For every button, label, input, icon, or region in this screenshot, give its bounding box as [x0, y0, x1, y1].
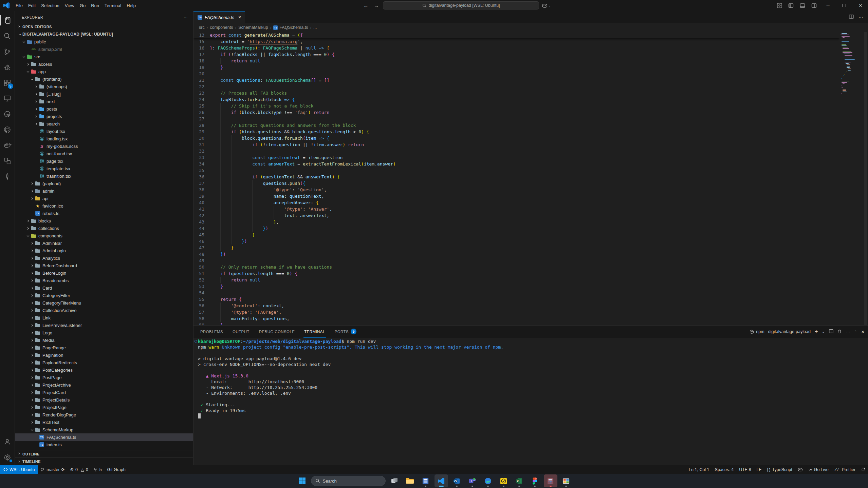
panel-tab-problems[interactable]: PROBLEMS — [200, 326, 224, 338]
tree-item-projectarchive[interactable]: ProjectArchive — [15, 381, 193, 389]
tree-item-projectdetails[interactable]: ProjectDetails — [15, 396, 193, 404]
tree-item--payload-[interactable]: (payload) — [15, 180, 193, 187]
code-line-33[interactable]: 33const questionText = item.question — [193, 154, 839, 161]
tree-item-api[interactable]: api — [15, 195, 193, 202]
code-line-19[interactable]: 19} — [193, 64, 839, 71]
close-panel-icon[interactable]: ✕ — [861, 329, 865, 334]
activity-accounts-icon[interactable] — [0, 434, 15, 449]
cursor-position[interactable]: Ln 1, Col 1 — [686, 465, 712, 474]
toggle-secondary-sidebar-icon[interactable] — [809, 1, 819, 10]
tree-item-projects[interactable]: projects — [15, 113, 193, 120]
code-line-47[interactable]: 47} — [193, 245, 839, 251]
tree-item-renderblogpage[interactable]: RenderBlogPage — [15, 411, 193, 418]
code-line-35[interactable]: 35 — [193, 167, 839, 174]
code-line-45[interactable]: 45} — [193, 232, 839, 238]
code-line-20[interactable]: 20 — [193, 71, 839, 77]
code-line-38[interactable]: 38'@type': 'Question', — [193, 187, 839, 193]
tree-item-projectcard[interactable]: ProjectCard — [15, 389, 193, 396]
menu-file[interactable]: File — [13, 2, 25, 9]
tree-item-adminlogin[interactable]: AdminLogin — [15, 247, 193, 254]
open-editors-section[interactable]: OPEN EDITORS — [15, 23, 193, 31]
tree-item-link[interactable]: Link — [15, 314, 193, 321]
tree-item-breadcrumbs[interactable]: Breadcrumbs — [15, 277, 193, 284]
tree-item-richtext[interactable]: RichText — [15, 418, 193, 426]
sticky-scroll-line[interactable]: 13export const generateFAQSchema = ({ — [193, 32, 839, 38]
code-editor[interactable]: 13export const generateFAQSchema = ({ 15… — [193, 32, 868, 325]
taskbar-app-file-explorer[interactable] — [403, 474, 417, 487]
code-line-41[interactable]: 41'@type': 'Answer', — [193, 206, 839, 212]
minimize-button[interactable]: ─ — [820, 0, 835, 11]
back-arrow-icon[interactable]: ← — [362, 3, 370, 8]
activity-mongodb-icon[interactable] — [0, 169, 15, 184]
activity-source-control-icon[interactable] — [0, 44, 15, 59]
tree-item-categoryfilter[interactable]: CategoryFilter — [15, 292, 193, 299]
sticky-code-line-13[interactable]: 13export const generateFAQSchema = ({ — [193, 32, 839, 38]
tree-item-sitemap-xml[interactable]: </>sitemap.xml — [15, 45, 193, 53]
code-line-50[interactable]: 50// Only return schema if we have quest… — [193, 264, 839, 270]
code-line-54[interactable]: 54 — [193, 290, 839, 296]
tree-item--slug-[interactable]: [...slug] — [15, 90, 193, 98]
terminal-output[interactable]: kbarejko@DESKTOP:~/projects/web/digitalv… — [193, 338, 868, 465]
command-decoration-icon[interactable] — [195, 340, 197, 343]
maximize-button[interactable] — [837, 0, 852, 11]
terminal-shell-label[interactable]: npm - digitalvantage-payload — [750, 329, 811, 334]
code-line-31[interactable]: 31if (!item.question || !item.answer) re… — [193, 141, 839, 148]
new-terminal-icon[interactable]: + — [815, 329, 818, 335]
tree-item-logo[interactable]: Logo — [15, 329, 193, 336]
tree-item-my-globals-scss[interactable]: Smy-globals.scss — [15, 142, 193, 150]
tree-item-projectpage[interactable]: ProjectPage — [15, 404, 193, 411]
tree-item-collections[interactable]: collections — [15, 225, 193, 232]
tree-item-postpage[interactable]: PostPage — [15, 374, 193, 381]
editor-scrollbar[interactable] — [863, 32, 868, 325]
code-line-24[interactable]: 24faqBlocks.forEach(block => { — [193, 96, 839, 103]
taskbar-app-vscode[interactable] — [435, 474, 448, 487]
command-center-search[interactable]: digitalvantage-payload [WSL: Ubuntu] — [383, 1, 539, 9]
code-line-17[interactable]: 17if (!faqBlocks || faqBlocks.length ===… — [193, 51, 839, 58]
code-line-56[interactable]: 56'@context': context, — [193, 302, 839, 309]
taskbar-app-remote-app[interactable] — [544, 474, 557, 487]
code-line-23[interactable]: 23// Process all FAQ blocks — [193, 90, 839, 96]
code-line-49[interactable]: 49 — [193, 257, 839, 264]
tree-item-card[interactable]: Card — [15, 284, 193, 292]
taskbar-app-teams[interactable]: T — [466, 474, 479, 487]
code-line-53[interactable]: 53} — [193, 283, 839, 290]
activity-explorer-icon[interactable] — [0, 13, 15, 28]
tree-item-schemamarkup[interactable]: SchemaMarkup — [15, 426, 193, 433]
code-line-34[interactable]: 34const answerText = extractTextFromLexi… — [193, 161, 839, 167]
tree-item-faqschema-ts[interactable]: TSFAQSchema.ts — [15, 433, 193, 441]
tree-root-folder[interactable]: DIGITALVANTAGE-PAYLOAD [WSL: UBUNTU] — [15, 31, 193, 38]
tree-item-beforedashboard[interactable]: BeforeDashboard — [15, 262, 193, 269]
tree-item-pagination[interactable]: Pagination — [15, 351, 193, 359]
taskbar-app-media[interactable] — [559, 474, 573, 487]
code-line-37[interactable]: 37questions.push({ — [193, 180, 839, 187]
kill-terminal-icon[interactable] — [837, 329, 842, 335]
eol-indicator[interactable]: LF — [754, 465, 764, 474]
tree-item-next[interactable]: next — [15, 98, 193, 105]
code-line-39[interactable]: 39name: questionText, — [193, 193, 839, 199]
tree-item-src[interactable]: src — [15, 53, 193, 60]
code-line-46[interactable]: 46}) — [193, 238, 839, 245]
code-line-58[interactable]: 58mainEntity: questions, — [193, 315, 839, 322]
minimap[interactable] — [839, 32, 863, 325]
taskbar-app-edge[interactable] — [481, 474, 495, 487]
forward-arrow-icon[interactable]: → — [372, 3, 380, 8]
tree-item-livepreviewlistener[interactable]: LivePreviewListener — [15, 321, 193, 329]
prettier-status[interactable]: ✓✓ Prettier — [831, 465, 858, 474]
code-line-42[interactable]: 42text: answerText, — [193, 212, 839, 219]
panel-tab-terminal[interactable]: TERMINAL — [303, 326, 326, 338]
problems-indicator[interactable]: ⊗0 △0 — [68, 465, 91, 474]
tree-item-app[interactable]: app — [15, 68, 193, 75]
tree-item-admin[interactable]: admin — [15, 187, 193, 195]
menu-edit[interactable]: Edit — [25, 2, 38, 9]
copilot-status[interactable] — [795, 465, 806, 474]
taskbar-app-task-view[interactable] — [388, 474, 401, 487]
indentation-indicator[interactable]: Spaces: 4 — [712, 465, 737, 474]
copilot-menu[interactable]: ⌄ — [542, 3, 551, 8]
tree-item-blocks[interactable]: blocks — [15, 217, 193, 225]
outline-section[interactable]: OUTLINE — [15, 450, 193, 457]
breadcrumb-components[interactable]: components — [210, 25, 233, 30]
tree-item-page-tsx[interactable]: page.tsx — [15, 157, 193, 165]
menu-help[interactable]: Help — [124, 2, 138, 9]
encoding-indicator[interactable]: UTF-8 — [736, 465, 754, 474]
git-branch-indicator[interactable]: master ⟳ — [38, 465, 67, 474]
